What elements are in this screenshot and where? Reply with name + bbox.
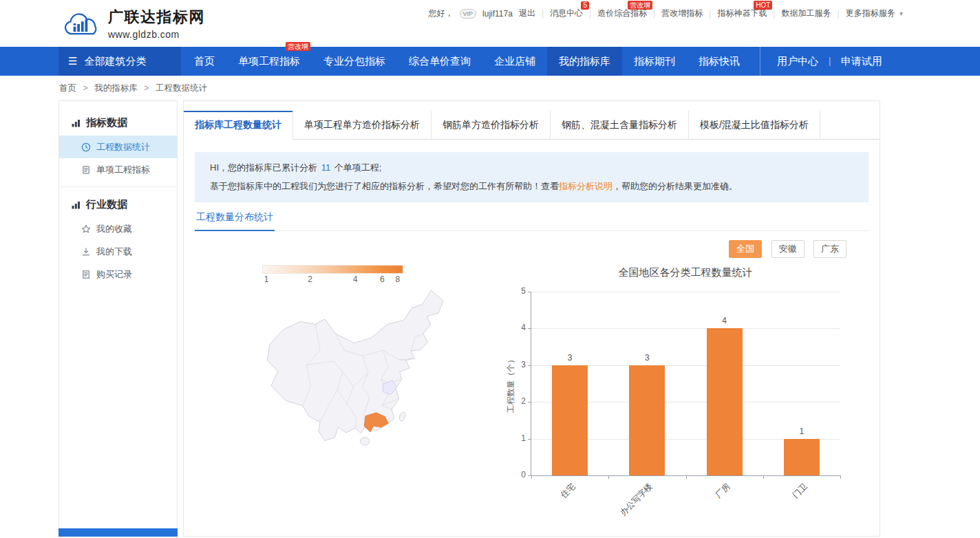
y-axis-tick (528, 365, 531, 366)
visualization-row: 1 2 4 6 8 (184, 262, 880, 479)
china-outline (267, 290, 443, 441)
vat-index-link[interactable]: 营改增指标 (661, 8, 703, 19)
notice-text: 基于您指标库中的工程我们为您进行了相应的指标分析，希望对您的工作有所帮助！查看 (210, 181, 559, 191)
bar-value-label: 1 (781, 427, 822, 436)
x-axis-category-label: 办公写字楼 (599, 481, 656, 538)
bar-value-label: 3 (549, 353, 590, 363)
glodon-cloud-logo-icon (58, 8, 101, 39)
username-link[interactable]: lujif117a (482, 9, 513, 19)
sidebar-item-downloads[interactable]: 我的下载 (59, 240, 177, 263)
y-axis-tick-label: 0 (509, 470, 526, 480)
region-button-national[interactable]: 全国 (729, 240, 762, 258)
data-processing-service-link[interactable]: 数据加工服务 (782, 8, 831, 19)
sidebar-bottom-strip (58, 528, 178, 537)
nav-index-journal[interactable]: 指标期刊 (622, 47, 687, 76)
nav-items: 首页 单项工程指标 营改增 专业分包指标 综合单价查询 企业店铺 我的指标库 指… (182, 47, 752, 76)
cost-composite-index-link[interactable]: 造价综合指标 营改增 (597, 8, 647, 19)
bar[interactable] (784, 439, 820, 475)
primary-nav: ☰ 全部建筑分类 首页 单项工程指标 营改增 专业分包指标 综合单价查询 企业店… (0, 47, 980, 76)
nav-user-area: 用户中心 ｜ 申请试用 (760, 47, 882, 76)
notice-line-2: 基于您指标库中的工程我们为您进行了相应的指标分析，希望对您的工作有所帮助！查看指… (210, 177, 853, 195)
region-filter: 全国 安徽 广东 (184, 240, 846, 258)
bar-chart-icon (71, 118, 81, 128)
x-axis-tick (608, 475, 609, 479)
logout-link[interactable]: 退出 (519, 8, 535, 19)
bar[interactable] (707, 328, 743, 475)
gridline (531, 292, 840, 292)
china-map-svg[interactable] (262, 285, 477, 479)
y-axis-title-wrap: 工程数量（个） (506, 292, 515, 476)
summary-notice: HI，您的指标库已累计分析 11 个单项工程; 基于您指标库中的工程我们为您进行… (195, 152, 869, 202)
tab-formwork-concrete-ratio-analysis[interactable]: 模板/混凝土比值指标分析 (689, 111, 820, 139)
region-button-anhui[interactable]: 安徽 (771, 240, 805, 258)
brand[interactable]: 广联达指标网 www.gldzb.com (58, 7, 205, 40)
apply-trial-link[interactable]: 申请试用 (841, 55, 882, 68)
sidebar-item-favorites[interactable]: 我的收藏 (59, 217, 177, 240)
more-index-services-link[interactable]: 更多指标服务 ▾ (846, 8, 903, 19)
x-axis-category-label: 住宅 (521, 481, 578, 538)
analysis-help-link[interactable]: 指标分析说明 (559, 181, 612, 191)
legend-tick: 2 (308, 275, 312, 284)
download-icon (81, 247, 91, 257)
notice-text: ，帮助您的分析结果更加准确。 (612, 181, 738, 191)
hainan-island (360, 438, 370, 446)
sidebar-item-project-data-stats[interactable]: 工程数据统计 (59, 136, 177, 158)
legend-tick: 1 (264, 275, 269, 284)
sidebar-item-label: 工程数据统计 (96, 141, 150, 153)
hot-tag: HOT (754, 1, 772, 10)
bar[interactable] (552, 365, 588, 475)
map-legend-ticks: 1 2 4 6 8 (262, 274, 403, 285)
sidebar-item-purchase-history[interactable]: 购买记录 (59, 263, 177, 286)
site-title: 广联达指标网 (108, 7, 205, 28)
sidebar-section-industry-data: 行业数据 我的收藏 我的下载 购买记录 (59, 186, 177, 286)
nav-home[interactable]: 首页 (182, 47, 226, 76)
menu-divider: | (653, 9, 655, 19)
message-center-label: 消息中心 (550, 8, 583, 18)
sidebar-section-title: 行业数据 (59, 191, 177, 217)
tab-rebar-unit-cost-analysis[interactable]: 钢筋单方造价指标分析 (432, 111, 551, 139)
nav-index-news[interactable]: 指标快讯 (687, 47, 752, 76)
y-axis-tick (528, 439, 531, 440)
index-tool-download-link[interactable]: 指标神器下载 HOT (717, 8, 767, 19)
message-center-link[interactable]: 消息中心 5 (550, 8, 583, 19)
hamburger-icon: ☰ (68, 55, 77, 67)
x-axis-tick (531, 475, 532, 479)
sidebar-item-label: 购买记录 (96, 268, 132, 281)
index-tool-download-label: 指标神器下载 (717, 8, 767, 18)
tab-unit-cost-index-analysis[interactable]: 单项工程单方造价指标分析 (293, 111, 432, 139)
project-count: 11 (321, 162, 331, 173)
all-building-categories-label: 全部建筑分类 (84, 55, 146, 68)
y-axis-tick-label: 3 (509, 360, 526, 369)
breadcrumb-separator: > (144, 83, 149, 93)
sidebar-item-single-project-index[interactable]: 单项工程指标 (59, 158, 177, 181)
clock-icon (81, 142, 91, 152)
region-button-guangdong[interactable]: 广东 (813, 240, 846, 258)
nav-my-index-library[interactable]: 我的指标库 (547, 47, 622, 76)
sidebar-section-title: 指标数据 (59, 109, 177, 136)
sidebar-section-label: 行业数据 (86, 198, 127, 211)
tab-rebar-concrete-content-analysis[interactable]: 钢筋、混凝土含量指标分析 (551, 111, 689, 139)
all-building-categories-button[interactable]: ☰ 全部建筑分类 (58, 47, 181, 76)
menu-divider: | (589, 9, 591, 19)
sidebar-item-label: 单项工程指标 (96, 164, 150, 176)
subtab-quantity-distribution[interactable]: 工程数量分布统计 (195, 204, 275, 231)
tab-project-count-stats[interactable]: 指标库工程数量统计 (184, 111, 293, 139)
y-axis-tick-label: 4 (509, 323, 526, 332)
utility-menu: 您好， VIP lujif117a 退出 | 消息中心 5 | 造价综合指标 营… (429, 8, 903, 19)
legend-tick: 6 (380, 275, 385, 284)
bar[interactable] (629, 365, 665, 475)
cost-composite-index-label: 造价综合指标 (597, 8, 647, 18)
bar-value-label: 3 (626, 353, 668, 363)
nav-enterprise-shop[interactable]: 企业店铺 (482, 47, 547, 76)
bar-value-label: 4 (704, 316, 745, 325)
breadcrumb-home[interactable]: 首页 (59, 83, 76, 93)
nav-divider: ｜ (825, 55, 834, 67)
user-center-link[interactable]: 用户中心 (777, 55, 818, 68)
receipt-icon (81, 270, 91, 279)
nav-unit-price-query[interactable]: 综合单价查询 (397, 47, 482, 76)
menu-divider: | (709, 9, 711, 19)
nav-single-project-index[interactable]: 单项工程指标 营改增 (226, 47, 312, 76)
breadcrumb-my-index-library[interactable]: 我的指标库 (94, 83, 138, 93)
nav-subcontract-index[interactable]: 专业分包指标 (312, 47, 397, 76)
x-axis-tick (763, 475, 764, 479)
